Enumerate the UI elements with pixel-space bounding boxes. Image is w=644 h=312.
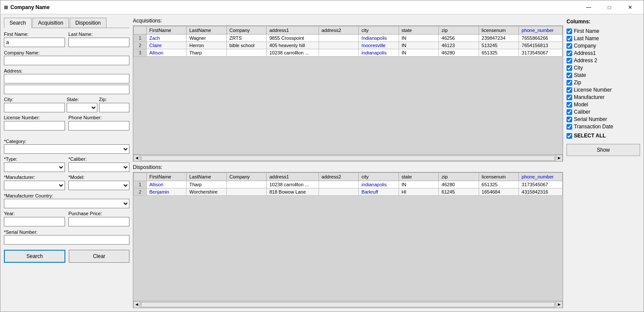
purchase-price-input[interactable] <box>68 217 129 226</box>
column-checkbox-address2[interactable] <box>567 58 572 64</box>
acquisitions-header-row: FirstName LastName Company address1 addr… <box>134 26 563 35</box>
zip-cell: 46280 <box>439 181 479 188</box>
company-name-input[interactable] <box>4 56 129 65</box>
state-cell: IN <box>399 49 438 57</box>
tab-search[interactable]: Search <box>4 18 32 28</box>
firstname-cell: Zach <box>147 35 187 42</box>
middle-panel: Acquisitions: FirstName LastName Company… <box>133 18 563 308</box>
acq-col-address2: address2 <box>319 26 358 35</box>
zip-input[interactable] <box>99 103 130 112</box>
main-content: Search Acquisition Disposition First Nam… <box>0 14 644 312</box>
column-checkbox-serial_number[interactable] <box>567 117 572 122</box>
year-label: Year: <box>4 211 65 216</box>
model-select[interactable] <box>68 181 129 190</box>
table-row[interactable]: 1 Zach Wagner ZRTS 9855 Crosspoint India… <box>134 35 563 42</box>
minimize-button[interactable]: — <box>579 1 599 14</box>
title-bar-left: ▦ Company Name <box>4 4 50 10</box>
disp-col-phone: phone_number <box>519 173 563 181</box>
acquisitions-table-container: FirstName LastName Company address1 addr… <box>133 25 563 162</box>
disp-scroll-right[interactable]: ▶ <box>556 301 563 308</box>
show-button[interactable]: Show <box>567 144 640 156</box>
disp-col-licensenum: licensenum <box>479 173 518 181</box>
category-group: *Category: <box>4 138 129 154</box>
city-input[interactable] <box>4 103 65 112</box>
column-checkbox-caliber[interactable] <box>567 109 572 115</box>
address2-input[interactable] <box>4 85 129 94</box>
first-name-input[interactable] <box>4 38 65 47</box>
manufacturer-select[interactable] <box>4 181 65 190</box>
column-label-transaction_date: Transaction Date <box>574 124 613 130</box>
acq-col-licensenum: licensenum <box>479 26 518 35</box>
phone-input[interactable] <box>68 121 129 131</box>
acq-scroll-track[interactable] <box>141 156 555 161</box>
zip-cell: 46280 <box>439 49 479 57</box>
city-cell: Indianapolis <box>359 35 399 42</box>
disp-col-firstname: FirstName <box>147 173 187 181</box>
phone-group: Phone Number: <box>68 115 129 131</box>
year-price-row: Year: Purchase Price: <box>4 211 129 226</box>
column-checkbox-company[interactable] <box>567 43 572 49</box>
column-label-manufacturer: Manufacturer <box>574 94 605 100</box>
state-cell: IN <box>399 35 438 42</box>
company-name-group: Company Name: <box>4 50 129 65</box>
table-row[interactable]: 2 Claire Herron bible school 405 heavenl… <box>134 42 563 49</box>
category-select[interactable] <box>4 144 129 154</box>
column-checkbox-last_name[interactable] <box>567 36 572 41</box>
type-select[interactable] <box>4 162 65 172</box>
manufacturer-model-row: *Manufacturer: *Model: <box>4 175 129 190</box>
search-button[interactable]: Search <box>4 250 65 263</box>
acq-scroll-right[interactable]: ▶ <box>556 155 563 162</box>
column-checkbox-city[interactable] <box>567 65 572 71</box>
serial-number-label: *Serial Number: <box>4 229 38 235</box>
acquisitions-table-scroll[interactable]: FirstName LastName Company address1 addr… <box>133 26 563 154</box>
acq-col-num <box>134 26 147 35</box>
acq-scroll-left[interactable]: ◀ <box>133 155 140 162</box>
select-all-checkbox[interactable] <box>567 133 572 139</box>
address1-input[interactable] <box>4 74 129 83</box>
license-phone-row: License Number: Phone Number: <box>4 115 129 131</box>
app-icon: ▦ <box>4 5 8 10</box>
dispositions-table: FirstName LastName Company address1 addr… <box>133 172 563 196</box>
city-cell: indianapolis <box>359 49 399 57</box>
column-label-model: Model <box>574 102 588 108</box>
close-button[interactable]: ✕ <box>620 1 640 14</box>
disp-scroll-track[interactable] <box>141 302 555 307</box>
column-checkbox-transaction_date[interactable] <box>567 124 572 130</box>
year-input[interactable] <box>4 217 65 226</box>
window-title: Company Name <box>10 4 50 10</box>
dispositions-table-scroll[interactable]: FirstName LastName Company address1 addr… <box>133 172 563 301</box>
column-checkbox-first_name[interactable] <box>567 29 572 34</box>
tab-disposition[interactable]: Disposition <box>70 18 106 28</box>
manufacturer-country-select[interactable] <box>4 199 129 208</box>
address2-cell <box>319 49 358 57</box>
caliber-group: *Caliber: <box>68 156 129 172</box>
table-row[interactable]: 3 Allison Tharp 10238 carrollton ... ind… <box>134 49 563 57</box>
clear-button[interactable]: Clear <box>69 250 129 263</box>
caliber-label: *Caliber: <box>68 156 129 162</box>
table-row[interactable]: 2 Benjamin Worchershire 818 Bowow Lane B… <box>134 188 563 196</box>
disp-col-company: Company <box>226 173 266 181</box>
serial-number-input[interactable] <box>4 235 129 245</box>
column-label-caliber: Caliber <box>574 109 590 115</box>
column-checkbox-manufacturer[interactable] <box>567 95 572 100</box>
address2-cell <box>319 188 358 196</box>
column-checkbox-license_number[interactable] <box>567 87 572 93</box>
column-checkbox-state[interactable] <box>567 73 572 78</box>
tab-acquisition[interactable]: Acquisition <box>32 18 69 28</box>
license-input[interactable] <box>4 121 65 131</box>
column-checkbox-zip[interactable] <box>567 80 572 86</box>
last-name-input[interactable] <box>68 38 129 47</box>
caliber-select[interactable] <box>68 162 129 172</box>
column-label-company: Company <box>574 43 596 49</box>
licensenum-cell: 651325 <box>479 181 518 188</box>
table-row[interactable]: 1 Allison Tharp 10238 carrollton ... ind… <box>134 181 563 188</box>
column-checkbox-model[interactable] <box>567 102 572 108</box>
main-window: ▦ Company Name — □ ✕ Search Acquisition … <box>0 0 644 312</box>
address2-cell <box>319 181 358 188</box>
state-select[interactable]: IN HI <box>67 103 97 112</box>
type-group: *Type: <box>4 156 65 172</box>
disp-scroll-left[interactable]: ◀ <box>133 301 140 308</box>
row-num: 3 <box>134 49 147 57</box>
column-checkbox-address1[interactable] <box>567 51 572 56</box>
maximize-button[interactable]: □ <box>599 1 619 14</box>
